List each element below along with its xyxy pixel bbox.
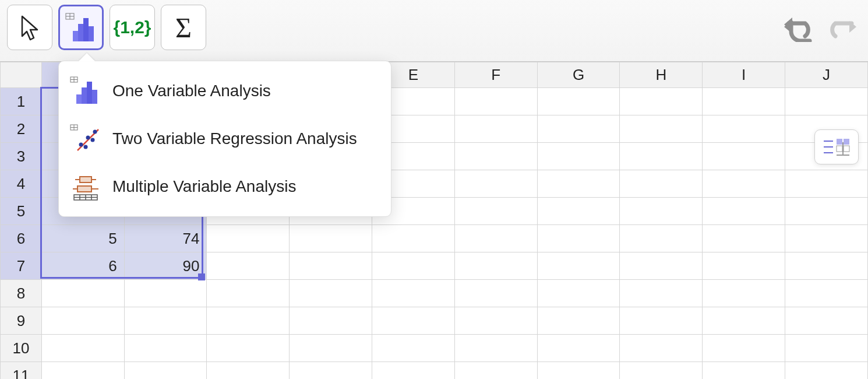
- cell[interactable]: [785, 362, 868, 380]
- cell[interactable]: [290, 252, 372, 280]
- cell[interactable]: [703, 115, 785, 143]
- cell[interactable]: [207, 225, 290, 252]
- cell[interactable]: [454, 280, 537, 307]
- cell[interactable]: [537, 252, 620, 280]
- cell[interactable]: [785, 280, 868, 307]
- move-tool-button[interactable]: [7, 5, 52, 50]
- row-header[interactable]: 2: [1, 115, 42, 143]
- cell[interactable]: [290, 307, 372, 335]
- cell[interactable]: [785, 335, 868, 362]
- cell[interactable]: [620, 307, 703, 335]
- row-header[interactable]: 5: [1, 198, 42, 225]
- sum-tool-button[interactable]: Σ: [161, 5, 206, 50]
- cell[interactable]: [785, 198, 868, 225]
- cell[interactable]: 5: [41, 225, 124, 252]
- row-header[interactable]: 7: [1, 252, 42, 280]
- cell[interactable]: [207, 335, 290, 362]
- cell[interactable]: [454, 252, 537, 280]
- cell[interactable]: [41, 362, 124, 380]
- col-header-G[interactable]: G: [537, 62, 620, 88]
- cell[interactable]: [537, 225, 620, 252]
- multiple-variable-analysis-item[interactable]: Multiple Variable Analysis: [59, 163, 391, 210]
- cell[interactable]: [785, 88, 868, 115]
- cell[interactable]: [620, 335, 703, 362]
- cell[interactable]: [620, 198, 703, 225]
- cell[interactable]: [703, 88, 785, 115]
- cell[interactable]: [620, 362, 703, 380]
- cell[interactable]: [207, 252, 290, 280]
- cell[interactable]: [290, 362, 372, 380]
- cell[interactable]: [785, 225, 868, 252]
- cell[interactable]: [454, 362, 537, 380]
- row-header[interactable]: 3: [1, 143, 42, 170]
- cell[interactable]: 74: [124, 225, 207, 252]
- cell[interactable]: [703, 280, 785, 307]
- cell[interactable]: [703, 170, 785, 198]
- undo-button[interactable]: [783, 14, 816, 42]
- row-header[interactable]: 8: [1, 280, 42, 307]
- cell[interactable]: [372, 307, 455, 335]
- cell[interactable]: 90: [124, 252, 207, 280]
- spreadsheet-options-button[interactable]: [814, 129, 859, 164]
- cell[interactable]: [454, 115, 537, 143]
- two-variable-regression-item[interactable]: Two Variable Regression Analysis: [59, 115, 391, 163]
- cell[interactable]: [620, 170, 703, 198]
- col-header-H[interactable]: H: [620, 62, 703, 88]
- cell[interactable]: [537, 143, 620, 170]
- cell[interactable]: [207, 307, 290, 335]
- cell[interactable]: [537, 307, 620, 335]
- cell[interactable]: [124, 307, 207, 335]
- cell[interactable]: [620, 225, 703, 252]
- cell[interactable]: [290, 335, 372, 362]
- cell[interactable]: [703, 362, 785, 380]
- cell[interactable]: [537, 198, 620, 225]
- cell[interactable]: [785, 252, 868, 280]
- cell[interactable]: [124, 335, 207, 362]
- data-analysis-tool-button[interactable]: [58, 5, 104, 50]
- cell[interactable]: [454, 225, 537, 252]
- cell[interactable]: [620, 280, 703, 307]
- cell[interactable]: [537, 362, 620, 380]
- row-header[interactable]: 4: [1, 170, 42, 198]
- cell[interactable]: [124, 280, 207, 307]
- cell[interactable]: [454, 143, 537, 170]
- cell[interactable]: [785, 307, 868, 335]
- row-header[interactable]: 10: [1, 335, 42, 362]
- cell[interactable]: [207, 280, 290, 307]
- cell[interactable]: 6: [41, 252, 124, 280]
- cell[interactable]: [703, 335, 785, 362]
- cell[interactable]: [41, 280, 124, 307]
- cell[interactable]: [372, 362, 455, 380]
- row-header[interactable]: 6: [1, 225, 42, 252]
- col-header-J[interactable]: J: [785, 62, 868, 88]
- cell[interactable]: [372, 225, 455, 252]
- cell[interactable]: [785, 170, 868, 198]
- cell[interactable]: [537, 280, 620, 307]
- cell[interactable]: [703, 307, 785, 335]
- cell[interactable]: [454, 307, 537, 335]
- cell[interactable]: [290, 225, 372, 252]
- cell[interactable]: [372, 335, 455, 362]
- list-tool-button[interactable]: {1,2}: [110, 5, 155, 50]
- row-header[interactable]: 11: [1, 362, 42, 380]
- cell[interactable]: [41, 307, 124, 335]
- cell[interactable]: [537, 88, 620, 115]
- cell[interactable]: [290, 280, 372, 307]
- cell[interactable]: [537, 335, 620, 362]
- cell[interactable]: [454, 335, 537, 362]
- cell[interactable]: [703, 225, 785, 252]
- row-header[interactable]: 9: [1, 307, 42, 335]
- cell[interactable]: [620, 252, 703, 280]
- col-header-I[interactable]: I: [703, 62, 785, 88]
- cell[interactable]: [454, 198, 537, 225]
- cell[interactable]: [537, 170, 620, 198]
- row-header[interactable]: 1: [1, 88, 42, 115]
- cell[interactable]: [703, 143, 785, 170]
- cell[interactable]: [207, 362, 290, 380]
- cell[interactable]: [372, 280, 455, 307]
- cell[interactable]: [41, 335, 124, 362]
- cell[interactable]: [620, 143, 703, 170]
- cell[interactable]: [703, 198, 785, 225]
- cell[interactable]: [124, 362, 207, 380]
- cell[interactable]: [372, 252, 455, 280]
